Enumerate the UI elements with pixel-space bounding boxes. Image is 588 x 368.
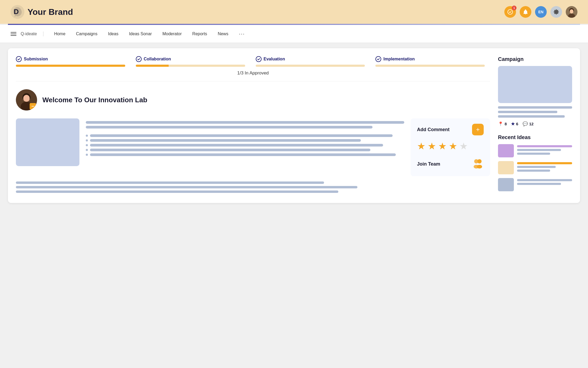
ri-thumbnail-3 — [498, 178, 514, 191]
campaign-section: Campaign 📍 8 ★ 6 — [498, 56, 572, 126]
svg-rect-13 — [32, 106, 34, 107]
nav-item-reports[interactable]: Reports — [188, 26, 211, 42]
gear-icon — [553, 9, 559, 15]
user-avatar — [16, 89, 37, 110]
checkmark-icon — [377, 57, 380, 61]
interaction-section: Add Comment + ★ ★ ★ ★ ★ Join Team — [411, 118, 490, 176]
stat-pin-value: 8 — [505, 122, 507, 126]
hamburger-menu-btn[interactable] — [11, 32, 16, 36]
ri-thumbnail-1 — [498, 144, 514, 157]
step-implementation-label: Implementation — [375, 56, 485, 62]
nav-item-ideas[interactable]: Ideas — [104, 26, 123, 42]
navbar: Q-ideate Home Campaigns Ideas Ideas Sona… — [0, 25, 588, 43]
collaboration-check-icon — [136, 56, 142, 62]
avatar-badge-icon — [30, 103, 36, 109]
nav-item-home[interactable]: Home — [50, 26, 70, 42]
main-content: Submission Collaboration — [16, 56, 490, 195]
campaign-title: Campaign — [498, 56, 572, 62]
star-3[interactable]: ★ — [438, 141, 447, 152]
idea-body: Add Comment + ★ ★ ★ ★ ★ Join Team — [16, 118, 490, 176]
activity-icon-btn[interactable]: 1 — [504, 6, 516, 18]
user-avatar-icon — [566, 6, 577, 18]
submission-bar — [16, 65, 125, 67]
language-btn[interactable]: EN — [535, 6, 547, 18]
campaign-image — [498, 66, 572, 103]
checkmark-icon — [257, 57, 260, 61]
evaluation-check-icon — [256, 56, 262, 62]
bullet-row-5 — [86, 153, 404, 156]
bullet-text-3 — [90, 144, 383, 147]
bell-icon — [523, 9, 528, 15]
implementation-check-icon — [375, 56, 381, 62]
svg-point-17 — [477, 165, 482, 169]
campaign-lines — [498, 106, 572, 118]
ri-line-1b — [517, 149, 561, 151]
nav-items: Home Campaigns Ideas Ideas Sonar Moderat… — [50, 25, 249, 43]
page-container: Submission Collaboration — [8, 48, 580, 203]
step-evaluation-label: Evaluation — [256, 56, 365, 62]
recent-idea-2[interactable] — [498, 161, 572, 174]
ri-lines-1 — [517, 144, 572, 155]
recent-idea-1[interactable] — [498, 144, 572, 157]
bullet-dot-5 — [86, 154, 88, 156]
add-comment-btn[interactable]: + — [472, 124, 484, 135]
ri-line-3a — [517, 179, 572, 181]
minus-icon — [31, 104, 35, 108]
header: D Your Brand 1 EN — [0, 0, 588, 24]
bullet-row-3 — [86, 144, 404, 147]
svg-point-12 — [23, 95, 30, 102]
svg-point-2 — [508, 10, 513, 14]
star-4[interactable]: ★ — [449, 141, 457, 152]
avatar-btn[interactable] — [566, 6, 577, 18]
bullet-text-1 — [90, 134, 393, 137]
nav-item-campaigns[interactable]: Campaigns — [72, 26, 102, 42]
star-1[interactable]: ★ — [417, 141, 425, 152]
progress-steps-row: Submission Collaboration — [16, 56, 490, 67]
nav-item-moderator[interactable]: Moderator — [158, 26, 186, 42]
join-team-label: Join Team — [417, 161, 440, 167]
stat-star: ★ 6 — [511, 121, 518, 126]
bottom-line-3 — [16, 190, 338, 193]
join-team-row: Join Team — [417, 157, 484, 171]
checkmark-icon — [17, 57, 20, 61]
ri-line-2b — [517, 166, 556, 168]
step-implementation: Implementation — [370, 56, 490, 67]
add-comment-row: Add Comment + — [417, 124, 484, 135]
nav-item-ideas-sonar[interactable]: Ideas Sonar — [125, 26, 156, 42]
c-line-1 — [498, 106, 572, 109]
bullet-dot-2 — [86, 139, 88, 141]
step-collaboration: Collaboration — [131, 56, 250, 67]
idea-image — [16, 118, 79, 166]
bullet-text-4 — [90, 149, 370, 151]
settings-btn[interactable] — [550, 6, 562, 18]
team-icon[interactable] — [472, 157, 484, 171]
bullet-text-2 — [90, 139, 361, 142]
pin-icon: 📍 — [498, 121, 503, 126]
ri-thumbnail-2 — [498, 161, 514, 174]
bullet-dot-4 — [86, 149, 88, 151]
bottom-line-2 — [16, 186, 357, 188]
team-members-icon — [472, 157, 484, 169]
approved-text: 1/3 In Approved — [16, 70, 490, 76]
campaign-stats: 📍 8 ★ 6 💬 12 — [498, 121, 572, 126]
submission-name: Submission — [24, 57, 48, 61]
brand-logo-icon: D — [11, 5, 24, 19]
activity-icon — [507, 9, 513, 15]
header-icons: 1 EN — [504, 6, 577, 18]
svg-text:D: D — [14, 8, 19, 16]
nav-item-news[interactable]: News — [213, 26, 232, 42]
nav-more-btn[interactable]: ··· — [235, 25, 249, 43]
c-line-2 — [498, 111, 557, 113]
star-2[interactable]: ★ — [428, 141, 436, 152]
recent-idea-3[interactable] — [498, 178, 572, 191]
bullet-text-5 — [90, 153, 396, 156]
stat-pin: 📍 8 — [498, 121, 507, 126]
ri-line-2a — [517, 162, 572, 164]
step-submission-label: Submission — [16, 56, 125, 62]
ri-line-3b — [517, 183, 561, 185]
sidebar: Campaign 📍 8 ★ 6 — [498, 56, 572, 195]
bell-icon-btn[interactable] — [520, 6, 531, 18]
star-5[interactable]: ★ — [459, 141, 468, 152]
stat-comment-value: 12 — [529, 122, 534, 126]
ri-lines-2 — [517, 161, 572, 172]
